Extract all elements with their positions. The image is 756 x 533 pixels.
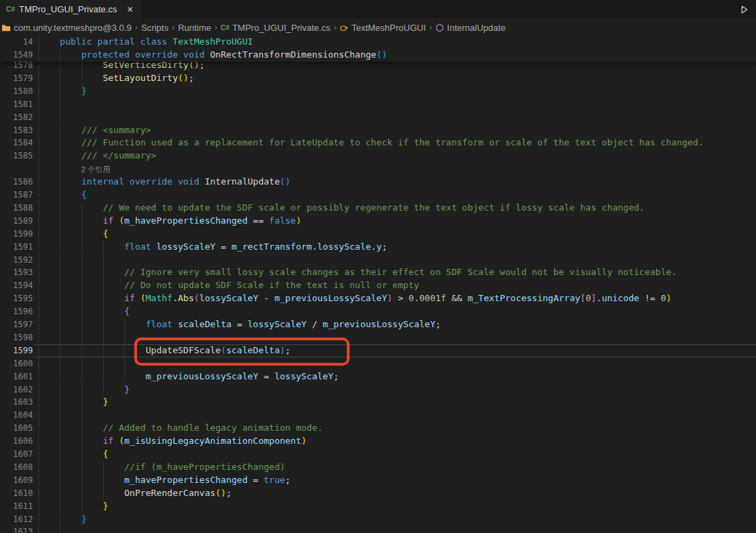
line-number[interactable]: 1597 (0, 318, 33, 331)
line-number[interactable]: 1580 (0, 85, 33, 98)
play-icon (740, 5, 749, 14)
sticky-code-line[interactable]: 14 public partial class TextMeshProUGUI (0, 36, 756, 49)
line-number[interactable]: 1598 (0, 331, 33, 344)
code-line[interactable]: 1581 (0, 98, 756, 111)
code-line[interactable]: 1596 { (0, 305, 756, 318)
code-line[interactable]: 1589 if (m_havePropertiesChanged == fals… (0, 215, 756, 228)
indent-guide (82, 331, 82, 344)
code-line[interactable]: 1606 if (m_isUsingLegacyAnimationCompone… (0, 435, 756, 448)
code-line[interactable]: 1607 { (0, 448, 756, 461)
line-number[interactable]: 1586 (0, 176, 33, 189)
code-text: } (38, 513, 86, 526)
codelens-references[interactable]: 2 个引用 (82, 163, 110, 177)
code-line[interactable]: 1583 /// <summary> (0, 124, 756, 137)
sticky-scroll[interactable]: 14 public partial class TextMeshProUGUI1… (0, 36, 756, 62)
code-line[interactable]: 1594 // Do not update SDF Scale if the t… (0, 279, 756, 292)
code-line[interactable]: 1610 OnPreRenderCanvas(); (0, 487, 756, 500)
code-line[interactable]: 1585 /// </summary> (0, 150, 756, 163)
line-number[interactable]: 1608 (0, 461, 33, 474)
line-number[interactable]: 1591 (0, 241, 33, 254)
code-line[interactable]: 1595 if (Mathf.Abs(lossyScaleY - m_previ… (0, 292, 756, 305)
code-line[interactable]: 1591 float lossyScaleY = m_rectTransform… (0, 241, 756, 254)
line-number[interactable]: 1609 (0, 474, 33, 487)
code-text: m_previousLossyScaleY = lossyScaleY; (38, 370, 339, 383)
code-line[interactable]: 1601 m_previousLossyScaleY = lossyScaleY… (0, 370, 756, 383)
sticky-code-line[interactable]: 1549 protected override void OnRectTrans… (0, 49, 756, 62)
line-number[interactable]: 1590 (0, 228, 33, 241)
code-line[interactable]: 1605 // Added to handle legacy animation… (0, 422, 756, 435)
code-line[interactable]: 1590 { (0, 228, 756, 241)
breadcrumb-item[interactable]: InternalUpdate (435, 23, 505, 33)
code-line[interactable]: 1580 } (0, 85, 756, 98)
line-number[interactable]: 1579 (0, 72, 33, 85)
line-number[interactable]: 1601 (0, 370, 33, 383)
code-line[interactable]: 1584 /// Function used as a replacement … (0, 137, 756, 150)
line-number[interactable]: 1607 (0, 448, 33, 461)
code-line[interactable]: 1588 // We need to update the SDF scale … (0, 202, 756, 215)
line-number[interactable]: 1549 (0, 49, 33, 62)
line-number[interactable]: 1582 (0, 111, 33, 124)
breadcrumb-separator: › (429, 23, 432, 32)
tab-tmpro-ugui-private[interactable]: C# TMPro_UGUI_Private.cs ✕ (0, 0, 141, 19)
line-number[interactable]: 1602 (0, 383, 33, 396)
code-line[interactable]: 1586 internal override void InternalUpda… (0, 176, 756, 189)
code-text: public partial class TextMeshProUGUI (38, 36, 253, 49)
line-number[interactable]: 1585 (0, 150, 33, 163)
line-number[interactable]: 1587 (0, 189, 33, 202)
run-button[interactable] (738, 3, 751, 16)
code-line[interactable]: 1587 { (0, 189, 756, 202)
code-line[interactable]: 1599 UpdateSDFScale(scaleDelta); (0, 344, 756, 357)
code-text: float scaleDelta = lossyScaleY / m_previ… (38, 318, 441, 331)
code-line[interactable]: 1582 (0, 111, 756, 124)
line-number[interactable]: 1603 (0, 396, 33, 409)
code-line[interactable]: 1579 SetLayoutDirty(); (0, 72, 756, 85)
code-line[interactable]: 1611 } (0, 500, 756, 513)
code-editor[interactable]: 1578 SetVerticesDirty();1579 SetLayoutDi… (0, 36, 756, 533)
code-text: // Ignore very small lossy scale changes… (38, 266, 676, 279)
breadcrumb-item[interactable]: Runtime (178, 23, 211, 33)
line-number[interactable]: 1588 (0, 202, 33, 215)
breadcrumb-label: Scripts (141, 23, 169, 33)
code-line[interactable]: 1613 (0, 525, 756, 533)
breadcrumb-label: Runtime (178, 23, 211, 33)
line-number[interactable]: 1596 (0, 305, 33, 318)
indent-guide (38, 331, 39, 344)
line-number[interactable]: 1611 (0, 500, 33, 513)
code-line[interactable]: 1597 float scaleDelta = lossyScaleY / m_… (0, 318, 756, 331)
line-number[interactable]: 14 (0, 36, 33, 49)
code-line[interactable]: 1598 (0, 331, 756, 344)
line-number[interactable]: 1610 (0, 487, 33, 500)
line-number[interactable]: 1600 (0, 357, 33, 370)
breadcrumb-item[interactable]: C#TMPro_UGUI_Private.cs (221, 23, 330, 33)
code-line[interactable]: 1593 // Ignore very small lossy scale ch… (0, 266, 756, 279)
line-number[interactable]: 1606 (0, 435, 33, 448)
line-number[interactable]: 1605 (0, 422, 33, 435)
line-number[interactable]: 1613 (0, 525, 33, 533)
code-line[interactable]: 1592 (0, 254, 756, 267)
code-line[interactable]: 1604 (0, 409, 756, 422)
breadcrumb-item[interactable]: TextMeshProUGUI (340, 23, 426, 33)
code-line[interactable]: 1603 } (0, 396, 756, 409)
breadcrumb-item[interactable]: com.unity.textmeshpro@3.0.9 (1, 23, 132, 33)
breadcrumb-item[interactable]: Scripts (141, 23, 169, 33)
code-line[interactable]: 2 个引用 (0, 163, 756, 176)
code-text: // Added to handle legacy animation mode… (38, 422, 323, 435)
code-line[interactable]: 1602 } (0, 383, 756, 396)
line-number[interactable]: 1583 (0, 124, 33, 137)
code-line[interactable]: 1600 (0, 357, 756, 370)
code-line[interactable]: 1609 m_havePropertiesChanged = true; (0, 474, 756, 487)
close-icon[interactable]: ✕ (127, 5, 134, 14)
line-number[interactable]: 1599 (0, 344, 33, 357)
line-number[interactable]: 1604 (0, 409, 33, 422)
line-number[interactable]: 1581 (0, 98, 33, 111)
line-number[interactable]: 1592 (0, 254, 33, 267)
line-number[interactable]: 1594 (0, 279, 33, 292)
code-line[interactable]: 1612 } (0, 513, 756, 526)
line-number[interactable]: 1584 (0, 137, 33, 150)
line-number[interactable]: 1595 (0, 292, 33, 305)
line-number[interactable]: 1589 (0, 215, 33, 228)
line-number[interactable]: 1612 (0, 513, 33, 526)
indent-guide (60, 357, 60, 370)
line-number[interactable]: 1593 (0, 266, 33, 279)
code-line[interactable]: 1608 //if (m_havePropertiesChanged) (0, 461, 756, 474)
